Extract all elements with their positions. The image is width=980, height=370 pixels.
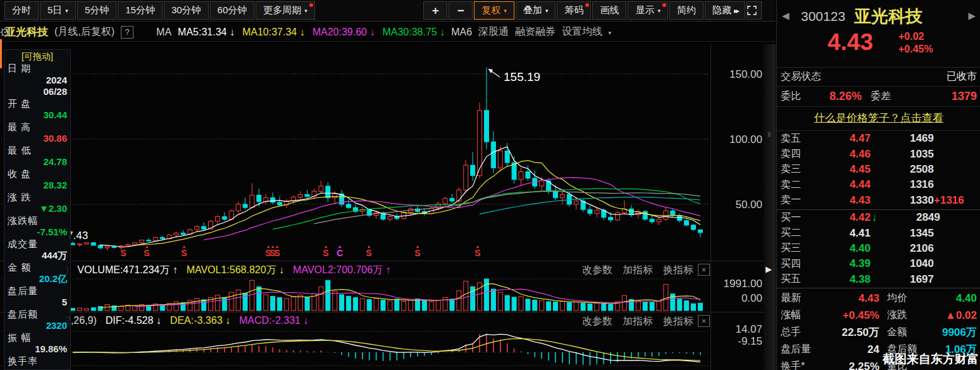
event-marker-s[interactable]: ▲S [180, 244, 189, 257]
order-book-row[interactable]: 买四4.391040 [777, 256, 980, 271]
price-cage-row: 什么是价格笼子？点击查看 [777, 106, 980, 129]
prev-stock-icon[interactable]: ◀ [782, 10, 790, 22]
macd-axis-min: -9.15 [636, 335, 762, 348]
price-change: +0.02 +0.45% [898, 30, 933, 56]
event-marker-s[interactable]: ▲S [413, 244, 422, 257]
price-cage-link[interactable]: 什么是价格笼子？点击查看 [781, 111, 977, 125]
quote-panel: ◀ 300123 亚光科技 ▶ 4.43 +0.02 +0.45% 交易状态 已… [776, 0, 980, 370]
pane-divider-1 [0, 261, 776, 261]
data-row: 振 幅19.86% [4, 332, 70, 355]
volume-axis-max: 1991.00 [636, 278, 762, 290]
event-marker-s[interactable]: ▲S [473, 244, 482, 257]
panel-splitter[interactable]: ⣿ ▶ [764, 44, 776, 370]
order-book-row[interactable]: 买五4.381697 [777, 272, 980, 287]
event-marker-s[interactable]: ▲S [321, 244, 330, 257]
indicator-value: VOLUME:471.234万 ↑ [77, 264, 177, 275]
order-book-row[interactable]: 卖一4.431330+1316 [777, 193, 980, 208]
left-edge-accent [0, 39, 2, 68]
quote-header: ◀ 300123 亚光科技 ▶ [777, 5, 980, 27]
data-row: 日 期202406/28 [4, 63, 70, 98]
stock-chart-app: 分时5日▾5分钟15分钟30分钟60分钟更多周期▾+−复权▾叠加▾筹码画线显示▾… [0, 0, 980, 370]
volume-chart[interactable] [0, 277, 712, 311]
pane-control[interactable]: 加指标 [623, 264, 653, 277]
last-price: 4.43 [828, 29, 873, 56]
pane-divider-2 [0, 312, 776, 312]
data-row: 金 额20.2亿 [4, 262, 70, 285]
price-axis-label: 150.00 [636, 68, 762, 81]
macd-indicator-labels: 2,26,9)DIF:-4.528 ↓DEA:-3.363 ↓MACD:-2.3… [65, 315, 317, 326]
event-marker-s[interactable]: ▲S [364, 244, 373, 257]
volume-close-icon[interactable]: × [698, 264, 710, 276]
data-row: 换手率 [4, 355, 70, 367]
order-book-row[interactable]: 买一4.42↓2849 [777, 210, 980, 225]
price-axis-label: 50.00 [636, 199, 762, 211]
data-row: 盘后量5 [4, 285, 70, 309]
arrow-down-icon: ↓ [872, 212, 877, 223]
macd-chart[interactable] [0, 326, 712, 370]
main-candlestick-chart[interactable]: 155.197.43 [0, 44, 712, 261]
stock-code: 300123 [801, 9, 845, 24]
order-book-row[interactable]: 卖二4.441316 [777, 177, 980, 192]
pane-control[interactable]: 换指标 [663, 264, 693, 277]
macd-axis-max: 14.07 [636, 323, 762, 336]
collapse-right-icon[interactable]: ▶ [766, 264, 772, 274]
chart-area: 155.197.43 150.00100.0050.00 )VOLUME:471… [0, 0, 776, 370]
sell-order-book: 卖五4.471469卖四4.461035卖三4.452508卖二4.441316… [777, 130, 980, 208]
data-row: 盘后额2320 [4, 309, 70, 332]
axis-divider [710, 44, 711, 370]
data-row: 开 盘30.44 [4, 98, 70, 121]
indicator-value: DEA:-3.363 ↓ [170, 315, 230, 326]
volume-pane-controls: 改参数加指标换指标 [582, 264, 693, 277]
splitter-grip-icon[interactable]: ⣿ [767, 133, 771, 136]
volume-axis-min: 0.00 [636, 292, 762, 305]
event-marker-s[interactable]: ▲S [119, 244, 128, 257]
volume-indicator-labels: )VOLUME:471.234万 ↑MAVOL1:568.820万 ↓MAVOL… [65, 264, 400, 277]
data-tooltip-panel[interactable]: [可拖动] 日 期202406/28开 盘30.44最 高30.86最 低24.… [4, 49, 71, 370]
data-row: 收 盘28.32 [4, 168, 70, 192]
stat-row: 最新4.43均价4.40 [777, 290, 980, 307]
next-stock-icon[interactable]: ▶ [968, 10, 976, 22]
order-book-row[interactable]: 买三4.402106 [777, 241, 980, 256]
data-row: 涨跌幅-7.51% [4, 215, 70, 238]
event-marker-s[interactable]: ▲S [142, 244, 151, 257]
stat-row: 总手22.50万金额9906万 [777, 324, 980, 341]
trade-status-value: 已收市 [821, 70, 977, 83]
price-axis-label: 100.00 [636, 133, 762, 146]
weibi-value: 8.26% [801, 90, 862, 103]
weicha-value: 1379 [891, 90, 977, 103]
svg-text:155.19: 155.19 [504, 70, 540, 83]
order-book-row[interactable]: 卖三4.452508 [777, 162, 980, 177]
watermark: 截图来自东方财富 [883, 351, 979, 367]
event-marker-c[interactable]: ▲C [335, 244, 344, 257]
indicator-value: MAVOL2:700.706万 ↑ [293, 264, 390, 275]
drag-hint: [可拖动] [4, 50, 70, 63]
indicator-value: DIF:-4.528 ↓ [106, 315, 161, 326]
stat-row: 涨幅+0.45%涨跌▲0.02 [777, 307, 980, 324]
order-book-row[interactable]: 卖五4.471469 [777, 131, 980, 146]
order-book-row[interactable]: 卖四4.461035 [777, 146, 980, 161]
indicator-value: MACD:-2.331 ↓ [239, 315, 308, 326]
trade-status-row: 交易状态 已收市 [777, 67, 980, 86]
data-row: 最 低24.78 [4, 145, 70, 168]
order-book-row[interactable]: 买二4.411345 [777, 225, 980, 240]
data-row: 涨 跌▼2.30 [4, 192, 70, 215]
event-marker-s[interactable]: ▲S [273, 244, 282, 257]
buy-order-book: 买一4.42↓2849买二4.411345买三4.402106买四4.39104… [777, 209, 980, 287]
weibi-row: 委比 8.26% 委差 1379 [777, 86, 980, 106]
pane-control[interactable]: 改参数 [582, 264, 612, 277]
indicator-value: MAVOL1:568.820万 ↓ [187, 264, 284, 275]
data-row: 成交量444万 [4, 238, 70, 262]
data-row: 最 高30.86 [4, 121, 70, 145]
stock-name: 亚光科技 [854, 5, 922, 28]
volume-pane-header: )VOLUME:471.234万 ↑MAVOL1:568.820万 ↓MAVOL… [0, 262, 776, 278]
